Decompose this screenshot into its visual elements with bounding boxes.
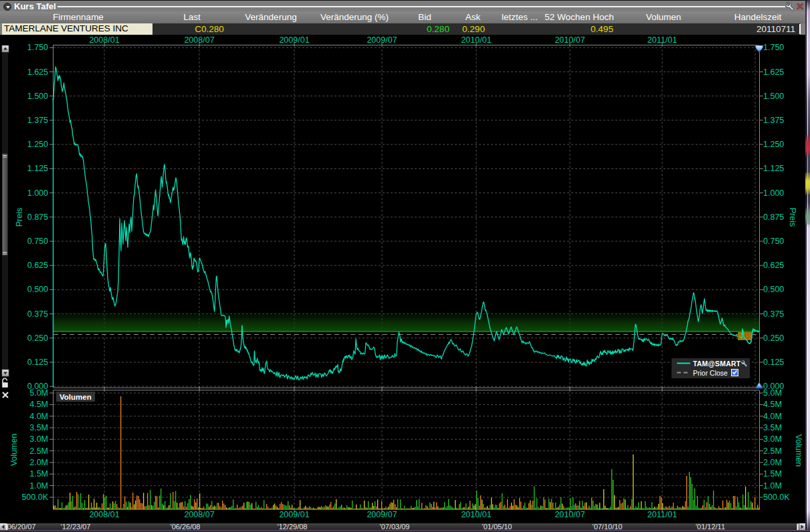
svg-text:3.5M: 3.5M: [763, 423, 782, 432]
svg-text:2008/01: 2008/01: [89, 510, 119, 519]
svg-text:0.750: 0.750: [27, 237, 48, 246]
svg-text:2.0M: 2.0M: [763, 458, 782, 467]
svg-text:4.0M: 4.0M: [763, 412, 782, 421]
svg-text:0.500: 0.500: [27, 285, 48, 294]
svg-text:1.000: 1.000: [27, 188, 48, 198]
svg-text:1.5M: 1.5M: [763, 469, 782, 479]
svg-text:1.125: 1.125: [763, 164, 784, 173]
svg-text:Prior Close: Prior Close: [693, 369, 728, 377]
svg-text:1.750: 1.750: [763, 43, 784, 52]
svg-text:1.750: 1.750: [27, 43, 48, 52]
svg-text:0.125: 0.125: [27, 358, 48, 367]
svg-text:1.000: 1.000: [763, 188, 784, 198]
svg-text:2009/01: 2009/01: [279, 510, 309, 519]
svg-text:TAM@SMART: TAM@SMART: [693, 360, 741, 368]
svg-text:1.375: 1.375: [763, 116, 784, 125]
svg-text:0.500: 0.500: [763, 285, 784, 294]
svg-text:0.875: 0.875: [763, 213, 784, 222]
svg-text:0.875: 0.875: [27, 213, 48, 222]
svg-text:4.5M: 4.5M: [29, 400, 48, 409]
svg-text:C: C: [744, 332, 750, 340]
svg-text:2011/01: 2011/01: [647, 510, 677, 519]
svg-text:2011/01: 2011/01: [647, 35, 677, 45]
svg-text:4.5M: 4.5M: [763, 400, 782, 409]
svg-text:2008/01: 2008/01: [89, 35, 119, 45]
svg-text:1.5M: 1.5M: [29, 469, 48, 479]
svg-text:0.375: 0.375: [27, 309, 48, 319]
svg-text:2010/01: 2010/01: [461, 510, 491, 519]
svg-text:500.0K: 500.0K: [763, 493, 790, 502]
svg-text:Preis: Preis: [788, 208, 797, 227]
svg-text:5.0M: 5.0M: [763, 388, 782, 398]
svg-text:1.625: 1.625: [27, 68, 48, 77]
svg-text:1.250: 1.250: [763, 140, 784, 149]
svg-text:1.250: 1.250: [27, 140, 48, 149]
svg-text:1.625: 1.625: [763, 68, 784, 77]
svg-text:0.375: 0.375: [763, 309, 784, 319]
svg-text:2.5M: 2.5M: [763, 446, 782, 456]
svg-text:1.500: 1.500: [27, 92, 48, 101]
svg-text:3.0M: 3.0M: [29, 434, 48, 444]
svg-text:4.0M: 4.0M: [29, 412, 48, 421]
svg-text:1.375: 1.375: [27, 116, 48, 125]
svg-text:Volumen: Volumen: [9, 434, 19, 467]
svg-text:0.125: 0.125: [763, 358, 784, 367]
svg-text:0.750: 0.750: [763, 237, 784, 246]
svg-text:1.125: 1.125: [27, 164, 48, 173]
svg-text:5.0M: 5.0M: [29, 388, 48, 398]
svg-text:2009/07: 2009/07: [367, 35, 397, 45]
svg-text:2.0M: 2.0M: [29, 458, 48, 467]
svg-text:1.0M: 1.0M: [763, 481, 782, 491]
svg-text:1.0M: 1.0M: [29, 481, 48, 491]
svg-text:2010/07: 2010/07: [554, 35, 585, 45]
svg-text:0.250: 0.250: [763, 334, 784, 343]
svg-text:2010/07: 2010/07: [554, 510, 585, 519]
svg-text:Preis: Preis: [15, 208, 24, 227]
svg-text:1.500: 1.500: [763, 92, 784, 101]
svg-text:2009/01: 2009/01: [279, 35, 309, 45]
svg-text:2008/07: 2008/07: [184, 510, 214, 519]
svg-text:3.5M: 3.5M: [29, 423, 48, 432]
svg-text:2009/07: 2009/07: [367, 510, 397, 519]
svg-text:0.625: 0.625: [27, 261, 48, 270]
svg-text:0.250: 0.250: [27, 334, 48, 343]
svg-text:2008/07: 2008/07: [184, 35, 214, 45]
svg-text:0.625: 0.625: [763, 261, 784, 270]
svg-text:Volumen: Volumen: [794, 434, 803, 467]
svg-text:2.5M: 2.5M: [29, 446, 48, 456]
svg-text:3.0M: 3.0M: [763, 434, 782, 444]
svg-text:Volumen: Volumen: [60, 393, 92, 401]
svg-text:2010/01: 2010/01: [461, 35, 491, 45]
svg-text:500.0K: 500.0K: [21, 493, 48, 502]
